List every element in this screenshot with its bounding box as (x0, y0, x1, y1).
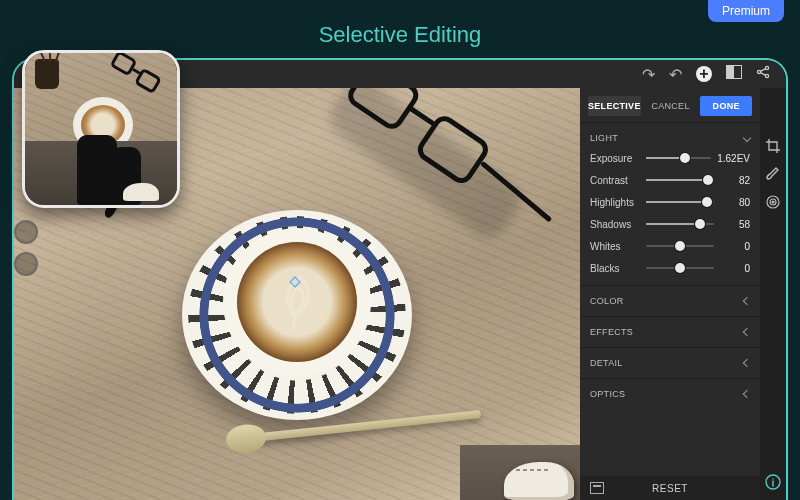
whites-value: 0 (720, 241, 750, 252)
crop-icon[interactable] (765, 138, 781, 154)
tab-cancel[interactable]: CANCEL (645, 96, 697, 116)
section-detail[interactable]: DETAIL (580, 347, 760, 378)
svg-point-4 (765, 74, 768, 77)
svg-rect-1 (727, 66, 735, 79)
mode-tabs: SELECTIVE CANCEL DONE (580, 88, 760, 122)
contrast-slider[interactable] (646, 179, 714, 181)
redo-icon[interactable]: ↷ (642, 65, 655, 84)
shadows-label: Shadows (590, 219, 640, 230)
blacks-value: 0 (720, 263, 750, 274)
left-tool-dots (14, 220, 38, 276)
filmstrip-icon[interactable] (590, 482, 604, 494)
left-tool-1[interactable] (14, 220, 38, 244)
brush-icon[interactable] (765, 166, 781, 182)
row-shadows: Shadows 58 (590, 213, 750, 235)
highlights-slider[interactable] (646, 201, 714, 203)
tab-selective[interactable]: SELECTIVE (588, 96, 641, 116)
svg-point-7 (772, 201, 774, 203)
chevron-left-icon (743, 359, 751, 367)
highlights-label: Highlights (590, 197, 640, 208)
shadows-value: 58 (720, 219, 750, 230)
row-whites: Whites 0 (590, 235, 750, 257)
premium-badge: Premium (708, 0, 784, 22)
contrast-value: 82 (720, 175, 750, 186)
exposure-value: 1.62EV (717, 153, 750, 164)
exposure-label: Exposure (590, 153, 640, 164)
edit-panel: SELECTIVE CANCEL DONE LIGHT Exposure 1.6… (580, 88, 760, 500)
row-exposure: Exposure 1.62EV (590, 147, 750, 169)
row-highlights: Highlights 80 (590, 191, 750, 213)
section-color-label: COLOR (590, 296, 624, 306)
thumbnail-preview[interactable] (22, 50, 180, 208)
row-contrast: Contrast 82 (590, 169, 750, 191)
shoe-prop (504, 462, 574, 500)
shadows-slider[interactable] (646, 223, 714, 225)
section-light: LIGHT Exposure 1.62EV Contrast 82 Highli… (580, 122, 760, 285)
chevron-left-icon (743, 390, 751, 398)
whites-slider[interactable] (646, 245, 714, 247)
radial-icon[interactable] (765, 194, 781, 210)
add-icon[interactable]: + (696, 66, 712, 82)
section-color[interactable]: COLOR (580, 285, 760, 316)
undo-icon[interactable]: ↶ (669, 65, 682, 84)
section-effects-label: EFFECTS (590, 327, 633, 337)
whites-label: Whites (590, 241, 640, 252)
exposure-slider[interactable] (646, 157, 711, 159)
highlights-value: 80 (720, 197, 750, 208)
svg-point-2 (757, 70, 760, 73)
chevron-left-icon (743, 297, 751, 305)
chevron-down-icon (743, 134, 751, 142)
section-light-header[interactable]: LIGHT (590, 129, 750, 147)
reset-button[interactable]: RESET (652, 483, 688, 494)
bottom-bar: RESET (580, 476, 760, 500)
share-icon[interactable] (756, 65, 770, 83)
blacks-label: Blacks (590, 263, 640, 274)
info-icon[interactable] (765, 474, 781, 490)
headline: Selective Editing (0, 22, 800, 48)
section-detail-label: DETAIL (590, 358, 623, 368)
section-optics-label: OPTICS (590, 389, 625, 399)
left-tool-2[interactable] (14, 252, 38, 276)
tool-strip (760, 88, 786, 500)
section-optics[interactable]: OPTICS (580, 378, 760, 409)
coffee (237, 242, 357, 362)
blacks-slider[interactable] (646, 267, 714, 269)
svg-point-3 (765, 66, 768, 69)
contrast-label: Contrast (590, 175, 640, 186)
section-effects[interactable]: EFFECTS (580, 316, 760, 347)
row-blacks: Blacks 0 (590, 257, 750, 279)
tab-done[interactable]: DONE (700, 96, 752, 116)
section-light-label: LIGHT (590, 133, 618, 143)
compare-icon[interactable] (726, 65, 742, 83)
chevron-left-icon (743, 328, 751, 336)
